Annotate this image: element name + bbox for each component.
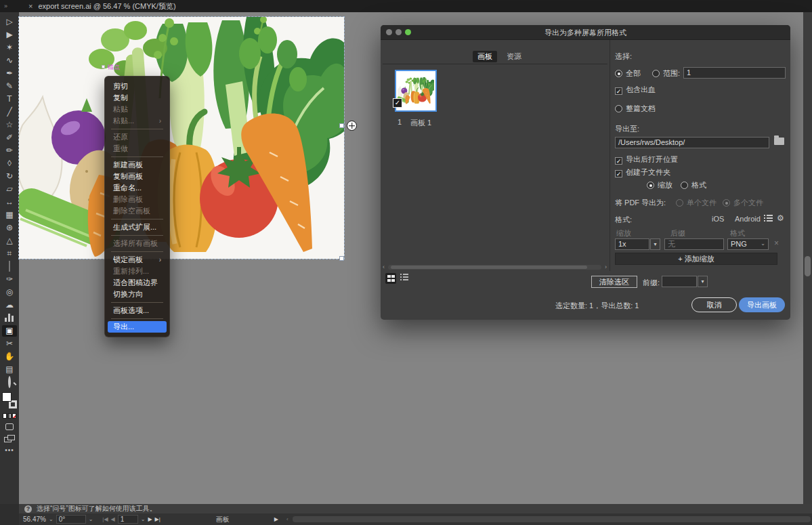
help-question-icon[interactable]: ? (24, 505, 32, 513)
menu-item-artboard-options[interactable]: 画板选项... (105, 305, 169, 316)
magic-wand-tool[interactable]: ✶ (2, 42, 17, 54)
menu-item-copy[interactable]: 复制 (105, 92, 169, 104)
artboard-nav-value[interactable]: 1 (118, 515, 138, 524)
menu-item-export[interactable]: 导出... (108, 321, 167, 333)
gradient-tool[interactable] (2, 261, 17, 272)
export-artboards-button[interactable]: 导出画板 (739, 297, 785, 312)
color-mode-strip[interactable] (3, 413, 16, 419)
tab-close-icon[interactable]: × (28, 2, 33, 10)
radio-range[interactable]: 范围: (652, 68, 680, 79)
mesh-tool[interactable]: ⌗ (2, 248, 17, 259)
artboard-corner-handle[interactable] (339, 256, 344, 261)
menu-item-new-artboard[interactable]: 新建画板 (105, 159, 169, 171)
slice-tool[interactable]: ✂ (2, 338, 17, 350)
dialog-title-bar[interactable]: 导出为多种屏幕所用格式 (381, 25, 790, 40)
suffix-input[interactable]: 无 (664, 238, 724, 250)
line-segment-tool[interactable]: ╱ (2, 106, 17, 118)
symbol-sprayer-tool[interactable]: ☁ (2, 299, 17, 311)
hscroll-left-icon[interactable]: ‹ (286, 516, 289, 522)
prefix-input[interactable] (662, 276, 697, 287)
menu-item-duplicate-artboard[interactable]: 复制画板 (105, 171, 169, 182)
direct-selection-tool[interactable]: ▶ (2, 29, 17, 41)
shape-builder-tool[interactable]: ⊛ (2, 222, 17, 234)
next-artboard-icon[interactable]: ▶ (148, 516, 152, 522)
fill-stroke-control[interactable] (2, 392, 17, 408)
menu-item-fit-to-artwork[interactable]: 适合图稿边界 (105, 277, 169, 289)
menu-item-generative-expand[interactable]: 生成式扩展... (105, 222, 169, 233)
artboard-right-handle[interactable] (339, 123, 344, 128)
lasso-tool[interactable]: ∿ (2, 55, 17, 66)
pen-tool[interactable]: ✒ (2, 68, 17, 79)
star-tool[interactable]: ☆ (2, 119, 17, 131)
type-tool[interactable]: T (2, 93, 17, 105)
menu-item-cut[interactable]: 剪切 (105, 81, 169, 92)
android-preset-link[interactable]: Android (735, 215, 761, 223)
subfolder-format-radio[interactable]: 格式 (681, 180, 706, 190)
format-select[interactable]: PNG⌄ (727, 238, 769, 250)
scale-dropdown-icon[interactable]: ▾ (650, 238, 660, 250)
open-after-export-checkbox[interactable]: ✓导出后打开位置 (615, 154, 678, 165)
zoom-tool[interactable] (2, 377, 17, 388)
rotation-dropdown-icon[interactable]: ⌄ (89, 516, 93, 522)
include-bleed-checkbox[interactable]: ✓包含出血 (615, 85, 656, 95)
perspective-grid-tool[interactable]: △ (2, 235, 17, 247)
free-transform-tool[interactable]: ▦ (2, 209, 17, 221)
edit-toolbar-ellipsis-icon[interactable]: ••• (5, 446, 14, 454)
scale-tool[interactable]: ▱ (2, 184, 17, 195)
menu-item-lock-artboards[interactable]: 锁定画板› (105, 254, 169, 266)
print-tiling-tool[interactable]: ▤ (2, 364, 17, 375)
zoom-dropdown-icon[interactable]: ⌄ (49, 516, 54, 522)
graph-tool[interactable] (2, 312, 17, 324)
color-swatch-icon[interactable] (3, 413, 7, 419)
menu-item-rename[interactable]: 重命名... (105, 182, 169, 194)
artboard-nav-dropdown-icon[interactable]: ⌄ (141, 516, 146, 522)
canvas-vscrollbar[interactable] (803, 12, 812, 504)
grid-view-icon[interactable] (385, 273, 396, 284)
selection-tool[interactable]: ▷ (2, 16, 17, 28)
folder-browse-icon[interactable] (774, 138, 784, 145)
last-artboard-icon[interactable]: ▶| (155, 516, 161, 522)
tab-assets[interactable]: 资源 (502, 51, 526, 62)
eyedropper-tool[interactable]: ✑ (2, 274, 17, 285)
window-close-icon[interactable] (386, 29, 392, 35)
prev-artboard-icon[interactable]: ◀ (111, 516, 115, 522)
first-artboard-icon[interactable]: |◀ (102, 516, 108, 522)
window-minimize-icon[interactable] (396, 29, 402, 35)
zoom-level-value[interactable]: 56.47% (23, 516, 46, 523)
radio-all[interactable]: 全部 (615, 68, 641, 79)
shaper-tool[interactable]: ✏ (2, 145, 17, 156)
scale-select[interactable]: 1x (615, 238, 649, 250)
cancel-button[interactable]: 取消 (691, 297, 737, 312)
fill-swatch[interactable] (2, 392, 12, 402)
menu-item-switch-orientation[interactable]: 切换方向 (105, 289, 169, 300)
add-scale-button[interactable]: + 添加缩放 (615, 253, 777, 265)
clear-selection-button[interactable]: 清除选区 (591, 276, 637, 288)
ios-preset-link[interactable]: iOS (712, 215, 724, 223)
rotate-tool[interactable]: ↻ (2, 171, 17, 182)
curvature-tool[interactable]: ✎ (2, 81, 17, 92)
play-icon[interactable]: ▶ (274, 516, 278, 522)
list-view-icon[interactable] (400, 274, 410, 282)
tab-artboards[interactable]: 画板 (473, 51, 497, 62)
artboard[interactable] (19, 17, 344, 259)
scroll-right-icon[interactable]: › (605, 264, 607, 270)
rotation-value[interactable]: 0° (56, 515, 86, 524)
window-zoom-icon[interactable] (405, 29, 411, 35)
anchor-point-handle[interactable] (102, 65, 105, 68)
artboard-tool[interactable]: ▣ (2, 325, 17, 337)
full-document-radio[interactable]: 整篇文档 (615, 104, 656, 114)
none-swatch-icon[interactable] (12, 413, 16, 419)
prefix-dropdown-icon[interactable]: ▾ (698, 276, 708, 287)
export-path-input[interactable]: /Users/rws/Desktop/ (615, 137, 769, 148)
eraser-tool[interactable]: ◊ (2, 158, 17, 169)
thumbnail-name[interactable]: 画板 1 (410, 118, 431, 128)
scroll-left-icon[interactable]: ‹ (383, 264, 385, 270)
blend-tool[interactable]: ◎ (2, 287, 17, 298)
scrollbar-thumb[interactable] (805, 256, 811, 276)
panel-collapse-icon[interactable]: » (0, 3, 15, 9)
gradient-swatch-icon[interactable] (7, 413, 12, 419)
format-settings-gear-icon[interactable]: ⚙ (777, 213, 784, 223)
create-subfolders-checkbox[interactable]: ✓创建子文件夹 (615, 167, 670, 177)
screen-mode-icon[interactable] (4, 435, 15, 442)
canvas-hscrollbar[interactable] (293, 516, 811, 522)
